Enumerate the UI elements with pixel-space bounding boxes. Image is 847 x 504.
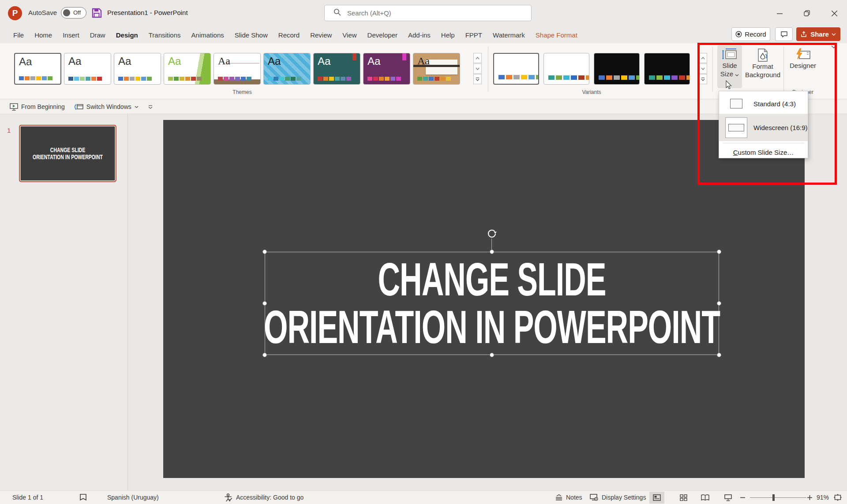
menu-item-widescreen-16-9-[interactable]: Widescreen (16:9) bbox=[719, 114, 808, 141]
slide-counter[interactable]: Slide 1 of 1 bbox=[12, 491, 43, 504]
notes-button[interactable]: Notes bbox=[555, 491, 582, 504]
slide-title-text[interactable]: CHANGE SLIDE ORIENTATION IN POWERPOINT bbox=[265, 252, 719, 355]
resize-handle-ne[interactable] bbox=[717, 250, 721, 254]
ribbon-options-chevron-icon[interactable] bbox=[831, 42, 836, 50]
scroll-up-icon[interactable] bbox=[473, 53, 482, 63]
color-swatch bbox=[224, 77, 229, 81]
tab-add-ins[interactable]: Add-ins bbox=[403, 26, 436, 43]
menu-item-custom-slide-size[interactable]: Custom Slide Size… bbox=[719, 145, 808, 160]
resize-handle-sw[interactable] bbox=[262, 353, 267, 357]
tab-fppt[interactable]: FPPT bbox=[460, 26, 487, 43]
tab-review[interactable]: Review bbox=[305, 26, 337, 43]
theme-tile-theme-8[interactable]: Aa bbox=[363, 53, 410, 85]
menu-item-standard-4-3-[interactable]: Standard (4:3) bbox=[719, 93, 808, 114]
rotate-handle-icon[interactable] bbox=[487, 228, 497, 240]
slide-sorter-view-button[interactable] bbox=[676, 492, 691, 504]
autosave-toggle[interactable]: Off bbox=[61, 7, 86, 19]
theme-tile-theme-9[interactable]: Aa bbox=[413, 53, 460, 85]
designer-button[interactable]: Designer bbox=[788, 45, 818, 88]
color-swatch bbox=[91, 77, 96, 81]
color-swatch bbox=[141, 77, 146, 81]
display-settings-button[interactable]: Display Settings bbox=[590, 491, 646, 504]
group-separator bbox=[783, 47, 784, 92]
accessibility-status[interactable]: Accessibility: Good to go bbox=[224, 491, 304, 504]
theme-tile-office-theme[interactable]: Aa bbox=[14, 53, 61, 85]
themes-group-label: Themes bbox=[14, 89, 470, 95]
slideshow-view-button[interactable] bbox=[720, 492, 735, 504]
scroll-down-icon[interactable] bbox=[699, 63, 707, 74]
variant-4[interactable] bbox=[644, 53, 690, 85]
aspect-icon bbox=[730, 99, 742, 108]
widescreen-16-9-icon bbox=[719, 117, 753, 138]
color-swatch bbox=[19, 76, 24, 80]
resize-handle-se[interactable] bbox=[717, 353, 721, 357]
tab-draw[interactable]: Draw bbox=[85, 26, 111, 43]
themes-gallery-scroll bbox=[473, 53, 482, 84]
tab-insert[interactable]: Insert bbox=[57, 26, 85, 43]
format-background-button[interactable]: Format Background bbox=[745, 45, 781, 88]
switch-windows-button[interactable]: Switch Windows bbox=[75, 103, 139, 111]
theme-tile-theme-4[interactable]: Aa bbox=[164, 53, 211, 85]
tab-slide-show[interactable]: Slide Show bbox=[229, 26, 273, 43]
share-button[interactable]: Share bbox=[796, 27, 840, 41]
resize-handle-nw[interactable] bbox=[262, 250, 267, 254]
tab-animations[interactable]: Animations bbox=[186, 26, 229, 43]
theme-tile-theme-7[interactable]: Aa bbox=[313, 53, 360, 85]
tab-shape-format[interactable]: Shape Format bbox=[530, 26, 583, 43]
powerpoint-logo-icon[interactable]: P bbox=[8, 6, 22, 20]
language-status[interactable]: Spanish (Uruguay) bbox=[107, 491, 159, 504]
scroll-down-icon[interactable] bbox=[473, 63, 482, 74]
tab-transitions[interactable]: Transitions bbox=[143, 26, 186, 43]
minimize-button[interactable] bbox=[769, 5, 790, 21]
slide-1-thumbnail[interactable]: CHANGE SLIDE ORIENTATION IN POWERPOINT bbox=[19, 125, 116, 182]
tab-watermark[interactable]: Watermark bbox=[487, 26, 530, 43]
fit-to-window-button[interactable] bbox=[834, 491, 842, 504]
slide-canvas[interactable]: CHANGE SLIDE ORIENTATION IN POWERPOINT bbox=[163, 120, 805, 478]
tab-design[interactable]: Design bbox=[111, 26, 143, 43]
close-button[interactable] bbox=[824, 5, 844, 21]
tab-help[interactable]: Help bbox=[436, 26, 460, 43]
color-swatch bbox=[636, 75, 640, 80]
gallery-more-icon[interactable] bbox=[699, 74, 707, 84]
gallery-more-icon[interactable] bbox=[473, 74, 482, 84]
scroll-up-icon[interactable] bbox=[699, 53, 707, 63]
variant-2[interactable] bbox=[543, 53, 589, 85]
record-button[interactable]: Record bbox=[731, 27, 770, 41]
save-icon[interactable] bbox=[91, 7, 102, 20]
resize-handle-w[interactable] bbox=[262, 301, 267, 306]
resize-handle-e[interactable] bbox=[717, 301, 721, 306]
document-title: Presentation1 - PowerPoint bbox=[107, 9, 188, 16]
search-input[interactable] bbox=[347, 9, 515, 17]
zoom-out-button[interactable] bbox=[740, 491, 745, 504]
spell-check-icon[interactable] bbox=[79, 491, 87, 504]
search-icon bbox=[334, 8, 341, 18]
reading-view-button[interactable] bbox=[697, 492, 712, 504]
color-swatch bbox=[679, 75, 685, 80]
toolbar-overflow-icon[interactable] bbox=[148, 105, 153, 109]
search-bar[interactable] bbox=[324, 5, 532, 21]
toggle-knob-icon bbox=[63, 9, 70, 16]
theme-tile-theme-2[interactable]: Aa bbox=[64, 53, 111, 85]
zoom-slider-track[interactable] bbox=[750, 497, 806, 498]
variant-3[interactable] bbox=[594, 53, 640, 85]
theme-tile-theme-5[interactable]: Aa bbox=[214, 53, 261, 85]
from-beginning-button[interactable]: From Beginning bbox=[10, 103, 65, 111]
tab-home[interactable]: Home bbox=[29, 26, 57, 43]
tab-record[interactable]: Record bbox=[273, 26, 305, 43]
color-swatch bbox=[274, 77, 278, 81]
comments-button[interactable] bbox=[775, 27, 793, 41]
theme-tile-theme-6[interactable]: Aa bbox=[263, 53, 311, 85]
resize-handle-s[interactable] bbox=[490, 353, 494, 357]
tab-developer[interactable]: Developer bbox=[362, 26, 403, 43]
variant-1[interactable] bbox=[493, 53, 539, 85]
restore-button[interactable] bbox=[797, 5, 817, 21]
zoom-level[interactable]: 91% bbox=[817, 491, 829, 504]
zoom-in-button[interactable] bbox=[807, 491, 812, 504]
color-swatch bbox=[429, 77, 434, 81]
zoom-slider-handle[interactable] bbox=[772, 494, 775, 501]
resize-handle-n[interactable] bbox=[490, 250, 494, 254]
tab-view[interactable]: View bbox=[337, 26, 362, 43]
theme-tile-theme-3[interactable]: Aa bbox=[114, 53, 161, 85]
normal-view-button[interactable] bbox=[649, 492, 664, 504]
tab-file[interactable]: File bbox=[8, 26, 29, 43]
